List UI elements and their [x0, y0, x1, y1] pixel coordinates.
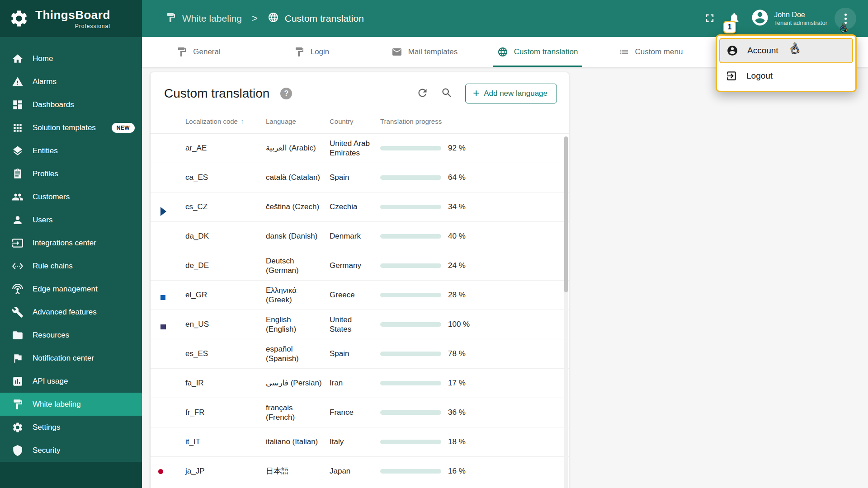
scrollbar-thumb[interactable] [564, 136, 568, 292]
breadcrumb-custom-translation[interactable]: Custom translation [268, 12, 364, 25]
edit-button[interactable] [507, 373, 527, 393]
help-button[interactable]: ? [280, 88, 292, 99]
table-row[interactable]: fr_FR français (French) France 36 % [151, 398, 569, 427]
table-row[interactable]: ja_JP 日本語 Japan 16 % [151, 457, 569, 486]
edit-button[interactable] [507, 285, 527, 305]
sidebar-item-dashboards[interactable]: Dashboards [0, 93, 142, 116]
sidebar-item-entities[interactable]: Entities [0, 139, 142, 162]
fullscreen-button[interactable] [699, 8, 721, 29]
delete-button[interactable] [534, 344, 554, 364]
column-header-localization-code[interactable]: Localization code ↑ [185, 117, 266, 125]
sidebar-item-white-labeling[interactable]: White labeling [0, 393, 142, 416]
tab-general[interactable]: General [142, 37, 255, 67]
sidebar-item-users[interactable]: Users [0, 208, 142, 231]
download-button[interactable] [480, 256, 500, 276]
add-new-language-button[interactable]: + Add new language [465, 84, 557, 103]
edit-button[interactable] [507, 256, 527, 276]
edit-button[interactable] [507, 403, 527, 422]
download-button[interactable] [480, 461, 500, 481]
table-row[interactable]: da_DK dansk (Danish) Denmark 40 % [151, 222, 569, 251]
table-row[interactable]: fa_IR فارسی (Persian) Iran 17 % [151, 369, 569, 398]
search-button[interactable] [436, 83, 457, 104]
download-button[interactable] [480, 197, 500, 217]
sidebar-item-profiles[interactable]: Profiles [0, 162, 142, 185]
user-account-button[interactable]: John Doe Tenant administrator [750, 8, 827, 29]
column-header-translation-progress[interactable]: Translation progress [380, 117, 475, 125]
sidebar-item-resources[interactable]: Resources [0, 324, 142, 347]
edit-button[interactable] [507, 344, 527, 364]
table-row[interactable]: es_ES español (Spanish) Spain 78 % [151, 339, 569, 369]
progress-percent: 64 % [448, 173, 466, 182]
breadcrumb-separator: > [248, 13, 261, 24]
more-options-button[interactable] [835, 8, 856, 29]
breadcrumb-white-labeling[interactable]: White labeling [165, 12, 242, 25]
progress-percent: 17 % [448, 379, 466, 388]
sidebar-item-notification-center[interactable]: Notification center [0, 347, 142, 370]
download-button[interactable] [480, 432, 500, 452]
sidebar-item-label: Edge management [33, 285, 98, 294]
sidebar-item-customers[interactable]: Customers [0, 185, 142, 208]
download-button[interactable] [480, 168, 500, 188]
delete-button[interactable] [534, 256, 554, 276]
tab-login[interactable]: Login [255, 37, 368, 67]
table-row[interactable]: cs_CZ čeština (Czech) Czechia 34 % [151, 192, 569, 222]
download-button[interactable] [480, 373, 500, 393]
table-row[interactable]: ca_ES català (Catalan) Spain 64 % [151, 163, 569, 192]
localization-code-cell: fr_FR [185, 408, 266, 417]
sidebar-item-api-usage[interactable]: API usage [0, 370, 142, 393]
menu-item-logout[interactable]: Logout [719, 63, 853, 89]
sidebar-item-advanced-features[interactable]: Advanced features [0, 300, 142, 324]
download-button[interactable] [480, 314, 500, 334]
edit-button[interactable] [507, 314, 527, 334]
thingsboard-logo[interactable]: ThingsBoard Professional [0, 0, 142, 37]
tab-custom-translation[interactable]: Custom translation [481, 37, 594, 67]
edit-button[interactable] [507, 138, 527, 158]
delete-button[interactable] [534, 314, 554, 334]
delete-button[interactable] [534, 461, 554, 481]
sidebar-item-security[interactable]: Security [0, 439, 142, 462]
column-header-country[interactable]: Country [330, 117, 380, 125]
table-row[interactable]: ar_AE العربية (Arabic) United Arab Emira… [151, 134, 569, 163]
sidebar-item-home[interactable]: Home [0, 47, 142, 70]
tab-mail-templates[interactable]: Mail templates [368, 37, 481, 67]
sidebar-item-solution-templates[interactable]: Solution templates NEW [0, 116, 142, 139]
tab-custom-menu[interactable]: Custom menu [594, 37, 707, 67]
country-cell: Czechia [330, 202, 380, 211]
table-row[interactable]: el_GR Ελληνικά (Greek) Greece 28 % [151, 281, 569, 310]
sidebar-item-integrations-center[interactable]: Integrations center [0, 231, 142, 254]
delete-button[interactable] [534, 373, 554, 393]
download-button[interactable] [480, 226, 500, 246]
delete-button[interactable] [534, 285, 554, 305]
delete-button[interactable] [534, 226, 554, 246]
sidebar-item-label: Rule chains [33, 262, 73, 271]
edit-button[interactable] [507, 168, 527, 188]
delete-button[interactable] [534, 432, 554, 452]
sidebar-item-rule-chains[interactable]: Rule chains [0, 254, 142, 277]
globe-icon [497, 47, 508, 57]
delete-button[interactable] [534, 197, 554, 217]
edit-button[interactable] [507, 226, 527, 246]
delete-button[interactable] [534, 403, 554, 422]
edit-button[interactable] [507, 197, 527, 217]
sidebar-item-alarms[interactable]: Alarms [0, 70, 142, 93]
column-header-language[interactable]: Language [266, 117, 330, 125]
download-button[interactable] [480, 403, 500, 422]
table-row[interactable]: it_IT italiano (Italian) Italy 18 % [151, 427, 569, 457]
edit-button[interactable] [507, 432, 527, 452]
sidebar-item-label: Settings [33, 423, 60, 432]
table-row[interactable]: en_US English (English) United States 10… [151, 310, 569, 339]
table-row[interactable]: de_DE Deutsch (German) Germany 24 % [151, 251, 569, 281]
refresh-button[interactable] [412, 83, 433, 104]
sidebar-item-edge-management[interactable]: Edge management [0, 277, 142, 300]
download-button[interactable] [480, 285, 500, 305]
sidebar-item-settings[interactable]: Settings [0, 416, 142, 439]
edit-button[interactable] [507, 461, 527, 481]
download-button[interactable] [480, 344, 500, 364]
country-cell: Spain [330, 173, 380, 182]
progress-percent: 18 % [448, 437, 466, 446]
table-scrollbar[interactable] [564, 136, 568, 488]
delete-button[interactable] [534, 138, 554, 158]
delete-button[interactable] [534, 168, 554, 188]
menu-item-account[interactable]: Account [719, 38, 853, 63]
download-button[interactable] [480, 138, 500, 158]
